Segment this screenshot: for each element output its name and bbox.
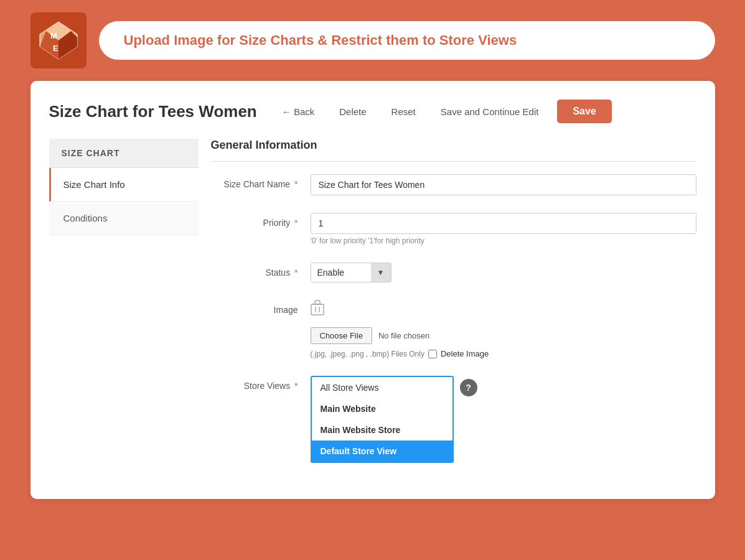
help-icon[interactable]: ?: [460, 379, 477, 396]
required-indicator: *: [294, 268, 298, 278]
size-chart-name-row: Size Chart Name *: [211, 174, 696, 195]
choose-file-button[interactable]: Choose File: [311, 327, 372, 344]
save-button[interactable]: Save: [557, 100, 611, 123]
delete-image-checkbox[interactable]: [428, 350, 437, 358]
image-label: Image: [211, 300, 311, 315]
chevron-down-icon: ▼: [371, 263, 391, 282]
sidebar-item-label: Conditions: [63, 213, 108, 223]
priority-hint: '0' for low priority '1'for high priorit…: [311, 236, 696, 245]
store-views-label: Store Views *: [211, 376, 311, 391]
priority-row: Priority * '0' for low priority '1'for h…: [211, 213, 696, 245]
size-chart-name-input[interactable]: [311, 174, 696, 195]
header-title: Upload Image for Size Charts & Restrict …: [124, 32, 517, 48]
status-label: Status *: [211, 263, 311, 278]
svg-text:E: E: [53, 44, 59, 53]
status-select[interactable]: Enable Disable: [311, 263, 371, 282]
file-upload-row: Choose File No file chosen: [311, 327, 696, 344]
section-title: General Information: [211, 139, 696, 162]
store-views-list: All Store Views Main Website Main Websit…: [311, 376, 454, 463]
required-indicator: *: [294, 218, 298, 228]
page-header-row: Size Chart for Tees Women ← Back Delete …: [49, 100, 696, 123]
file-name-text: No file chosen: [378, 331, 429, 340]
svg-rect-7: [315, 301, 320, 304]
store-view-main-website[interactable]: Main Website: [312, 398, 452, 419]
size-chart-name-control: [311, 174, 696, 195]
store-view-main-website-store[interactable]: Main Website Store: [312, 419, 452, 441]
sidebar-item-conditions[interactable]: Conditions: [49, 202, 199, 235]
delete-image-label: Delete Image: [441, 349, 489, 358]
required-indicator: *: [294, 179, 298, 189]
store-view-all[interactable]: All Store Views: [312, 377, 452, 398]
status-row: Status * Enable Disable ▼: [211, 263, 696, 282]
priority-input[interactable]: [311, 213, 696, 234]
status-control: Enable Disable ▼: [311, 263, 696, 282]
sidebar-section-header: SIZE CHART: [49, 139, 199, 168]
delete-button[interactable]: Delete: [333, 103, 372, 120]
store-view-default[interactable]: Default Store View: [312, 441, 452, 462]
image-upload-area: Choose File No file chosen (.jpg, .jpeg,…: [311, 300, 696, 358]
store-views-wrapper: All Store Views Main Website Main Websit…: [311, 376, 696, 463]
svg-rect-6: [311, 304, 324, 315]
store-views-control: All Store Views Main Website Main Websit…: [311, 376, 696, 463]
main-card: Size Chart for Tees Women ← Back Delete …: [30, 81, 715, 499]
size-chart-name-label: Size Chart Name *: [211, 174, 311, 189]
logo: M E: [30, 12, 87, 68]
image-row: Image: [211, 300, 696, 358]
store-views-row: Store Views * All Store Views Main Websi…: [211, 376, 696, 463]
file-hint-text: (.jpg, .jpeg, .png , .bmp) Files Only: [311, 350, 424, 358]
back-button[interactable]: ← Back: [276, 103, 321, 120]
header-title-box: Upload Image for Size Charts & Restrict …: [99, 21, 715, 60]
page-header: M E Upload Image for Size Charts & Restr…: [30, 12, 715, 68]
upload-icon: [311, 300, 696, 320]
required-indicator: *: [294, 381, 298, 391]
file-hint: (.jpg, .jpeg, .png , .bmp) Files Only De…: [311, 349, 696, 358]
status-select-wrapper: Enable Disable ▼: [311, 263, 391, 282]
form-content: General Information Size Chart Name * Pr…: [211, 139, 696, 480]
save-continue-button[interactable]: Save and Continue Edit: [434, 103, 545, 120]
page-title: Size Chart for Tees Women: [49, 102, 257, 121]
image-control: Choose File No file chosen (.jpg, .jpeg,…: [311, 300, 696, 358]
content-layout: SIZE CHART Size Chart Info Conditions Ge…: [49, 139, 696, 480]
svg-text:M: M: [50, 31, 57, 40]
priority-control: '0' for low priority '1'for high priorit…: [311, 213, 696, 245]
reset-button[interactable]: Reset: [385, 103, 422, 120]
sidebar-item-label: Size Chart Info: [63, 179, 125, 190]
sidebar: SIZE CHART Size Chart Info Conditions: [49, 139, 199, 480]
sidebar-item-size-chart-info[interactable]: Size Chart Info: [49, 168, 199, 202]
priority-label: Priority *: [211, 213, 311, 228]
